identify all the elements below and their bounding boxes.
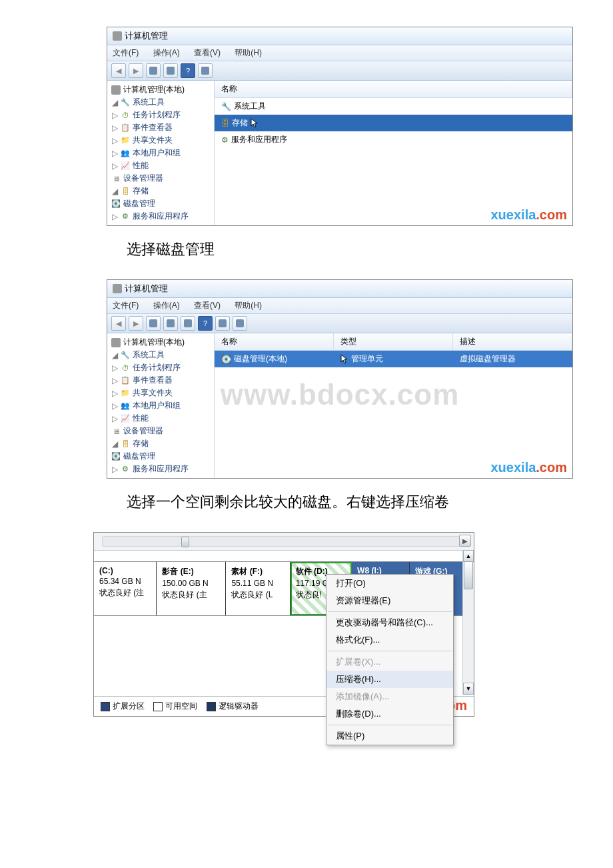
ctx-shrink[interactable]: 压缩卷(H)... (326, 671, 453, 688)
ctx-props[interactable]: 属性(P) (326, 727, 453, 745)
list-view[interactable]: 名称 🔧系统工具 🗄 存储 ⚙服务和应用程序 (215, 81, 572, 225)
partition-name: (C:) (99, 566, 151, 575)
app-icon (113, 31, 122, 41)
legend-swatch (207, 702, 216, 711)
tree-storage[interactable]: ◢🗄存储 (107, 185, 214, 197)
menu-bar[interactable]: 文件(F) 操作(A) 查看(V) 帮助(H) (107, 45, 572, 61)
tools-icon: 🔧 (121, 98, 130, 107)
menu-file[interactable]: 文件(F) (113, 301, 139, 310)
tree-task[interactable]: ▷⏱任务计划程序 (107, 361, 214, 374)
tree-diskmgmt[interactable]: 💽磁盘管理 (107, 197, 214, 210)
disk-partition[interactable]: 素材 (F:)55.11 GB N状态良好 (L (226, 562, 290, 615)
tree-devmgr[interactable]: 🖥设备管理器 (107, 425, 214, 437)
tree-perf[interactable]: ▷📈性能 (107, 159, 214, 172)
menu-view[interactable]: 查看(V) (194, 301, 221, 310)
legend-label: 扩展分区 (113, 701, 145, 711)
back-button[interactable] (111, 316, 126, 331)
h-scrollbar[interactable]: ▶ (94, 533, 474, 551)
menu-bar[interactable]: 文件(F) 操作(A) 查看(V) 帮助(H) (107, 298, 572, 314)
tree-event[interactable]: ▷📋事件查看器 (107, 121, 214, 134)
ctx-extend: 扩展卷(X)... (326, 653, 453, 671)
scroll-right-button[interactable]: ▶ (459, 535, 471, 547)
disk-icon: 💽 (111, 452, 121, 461)
tree-users[interactable]: ▷👥本地用户和组 (107, 147, 214, 159)
tree-systools[interactable]: ◢🔧系统工具 (107, 349, 214, 361)
ctx-change-letter[interactable]: 更改驱动器号和路径(C)... (326, 614, 453, 631)
storage-icon: 🗄 (121, 187, 130, 196)
tree-perf[interactable]: ▷📈性能 (107, 412, 214, 425)
toolbar-btn-1[interactable] (146, 63, 161, 78)
tree-storage[interactable]: ◢🗄存储 (107, 437, 214, 450)
tree-task[interactable]: ▷⏱任务计划程序 (107, 109, 214, 121)
menu-action[interactable]: 操作(A) (153, 48, 180, 57)
tree-view[interactable]: 计算机管理(本地) ◢🔧系统工具 ▷⏱任务计划程序 ▷📋事件查看器 ▷📁共享文件… (107, 333, 215, 478)
window-title: 计算机管理 (125, 283, 168, 295)
scroll-thumb[interactable] (181, 537, 189, 547)
tree-diskmgmt[interactable]: 💽磁盘管理 (107, 450, 214, 463)
toolbar-icon (184, 319, 192, 327)
v-scrollbar[interactable]: ▲ ▼ (462, 550, 474, 695)
list-item[interactable]: 🔧系统工具 (215, 98, 572, 115)
disk-partition[interactable]: 影音 (E:)150.00 GB N状态良好 (主 (157, 562, 226, 615)
list-view[interactable]: 名称 类型 描述 💽磁盘管理(本地) 管理单元 虚拟磁盘管理器 (215, 333, 572, 478)
scroll-up-button[interactable]: ▲ (463, 550, 474, 562)
storage-icon: 🗄 (121, 439, 130, 449)
menu-file[interactable]: 文件(F) (113, 48, 139, 57)
list-item-selected[interactable]: 💽磁盘管理(本地) 管理单元 虚拟磁盘管理器 (215, 351, 572, 367)
scroll-down-button[interactable]: ▼ (463, 683, 474, 695)
users-icon: 👥 (121, 401, 130, 411)
tree-services[interactable]: ▷⚙服务和应用程序 (107, 463, 214, 475)
menu-help[interactable]: 帮助(H) (235, 301, 262, 310)
col-name[interactable]: 名称 (215, 81, 572, 97)
col-type[interactable]: 类型 (334, 333, 453, 350)
tools-icon: 🔧 (121, 351, 130, 360)
toolbar: ? (107, 61, 572, 81)
back-button[interactable] (111, 63, 126, 78)
col-name[interactable]: 名称 (215, 333, 334, 350)
toolbar-btn-c[interactable] (181, 316, 195, 331)
legend-label: 可用空间 (165, 701, 197, 711)
col-desc[interactable]: 描述 (453, 333, 572, 350)
menu-action[interactable]: 操作(A) (153, 301, 180, 310)
tree-root[interactable]: 计算机管理(本地) (107, 336, 214, 349)
app-icon (113, 284, 122, 293)
toolbar-btn-e[interactable] (233, 316, 247, 331)
menu-help[interactable]: 帮助(H) (235, 48, 262, 57)
toolbar-btn-a[interactable] (146, 316, 161, 331)
scroll-thumb[interactable] (464, 561, 473, 589)
tree-devmgr[interactable]: 🖥设备管理器 (107, 172, 214, 185)
forward-button[interactable] (129, 316, 143, 331)
ctx-mirror: 添加镜像(A)... (326, 688, 453, 705)
list-item[interactable]: ⚙服务和应用程序 (215, 131, 572, 148)
help-button[interactable]: ? (181, 63, 195, 78)
forward-button[interactable] (129, 63, 143, 78)
tree-event[interactable]: ▷📋事件查看器 (107, 374, 214, 387)
toolbar-btn-b[interactable] (163, 316, 178, 331)
menu-view[interactable]: 查看(V) (194, 48, 221, 57)
toolbar-btn-d[interactable] (215, 316, 230, 331)
tools-icon: 🔧 (221, 102, 231, 111)
toolbar-btn-3[interactable] (198, 63, 213, 78)
disk-icon: 💽 (221, 355, 231, 364)
tree-services[interactable]: ▷⚙服务和应用程序 (107, 210, 214, 223)
ctx-delete[interactable]: 删除卷(D)... (326, 705, 453, 723)
ctx-open[interactable]: 打开(O) (326, 575, 453, 592)
partition-size: 65.34 GB N (99, 577, 151, 586)
tree-root[interactable]: 计算机管理(本地) (107, 83, 214, 96)
help-button[interactable]: ? (198, 316, 213, 331)
ctx-format[interactable]: 格式化(F)... (326, 631, 453, 649)
tree-users[interactable]: ▷👥本地用户和组 (107, 399, 214, 412)
tree-shared[interactable]: ▷📁共享文件夹 (107, 134, 214, 147)
legend-swatch (101, 702, 110, 711)
partition-name: 影音 (E:) (162, 566, 220, 577)
ctx-explorer[interactable]: 资源管理器(E) (326, 592, 453, 609)
tree-systools[interactable]: ◢🔧系统工具 (107, 96, 214, 109)
context-menu[interactable]: 打开(O) 资源管理器(E) 更改驱动器号和路径(C)... 格式化(F)...… (326, 574, 454, 745)
list-item-selected[interactable]: 🗄 存储 (215, 115, 572, 131)
arrow-left-icon (116, 67, 121, 75)
toolbar-btn-2[interactable] (163, 63, 178, 78)
disk-partition[interactable]: (C:)65.34 GB N状态良好 (注 (94, 562, 157, 615)
tree-view[interactable]: 计算机管理(本地) ◢🔧系统工具 ▷⏱任务计划程序 ▷📋事件查看器 ▷📁共享文件… (107, 81, 215, 225)
tree-shared[interactable]: ▷📁共享文件夹 (107, 387, 214, 399)
toolbar-icon (149, 319, 157, 327)
